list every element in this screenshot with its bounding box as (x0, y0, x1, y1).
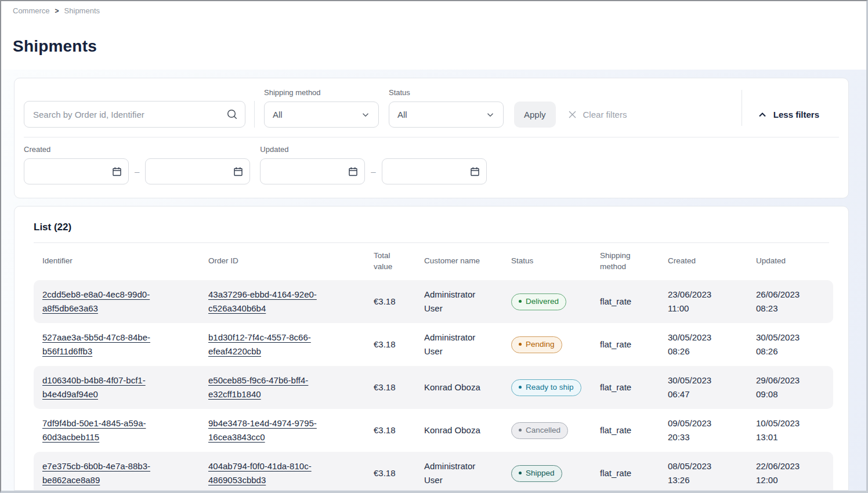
identifier-link[interactable]: d106340b-b4b8-4f07-bcf1-b4e4d9af94e0 (42, 375, 146, 399)
order-id-link[interactable]: 9b4e3478-1e4d-4974-9795-16cea3843cc0 (208, 418, 317, 442)
order-id-link[interactable]: e50ceb85-f9c6-47b6-bff4-e32cff1b1840 (208, 375, 308, 399)
table-row: d106340b-b4b8-4f07-bcf1-b4e4d9af94e0 e50… (34, 366, 833, 409)
customer-name-cell: Administrator User (415, 452, 502, 491)
status-select[interactable]: All (389, 102, 504, 128)
created-cell: 30/05/202306:47 (659, 366, 747, 409)
status-dot-icon (519, 429, 522, 432)
identifier-link[interactable]: 7df9f4bd-50e1-4845-a59a-60d3acbeb115 (42, 418, 146, 442)
shipping-method-filter: Shipping method All (264, 88, 379, 128)
status-value: All (397, 110, 407, 119)
breadcrumb-shipments: Shipments (64, 6, 100, 15)
status-badge: Delivered (511, 293, 566, 310)
column-header-total-value: Total value (365, 243, 415, 280)
table-row: e7e375cb-6b0b-4e7a-88b3-be862ace8a89 404… (34, 452, 833, 491)
updated-date-filter: Updated – (260, 145, 486, 184)
calendar-icon[interactable] (469, 166, 480, 177)
calendar-icon[interactable] (111, 166, 122, 177)
shipments-table: Identifier Order ID Total value Customer… (34, 243, 833, 491)
status-badge: Pending (511, 336, 562, 353)
range-separator: – (135, 166, 139, 176)
filter-divider-vertical (254, 101, 255, 128)
updated-label: Updated (260, 145, 486, 154)
search-icon (226, 108, 238, 120)
status-label: Status (389, 88, 504, 97)
identifier-link[interactable]: 527aae3a-5b5d-47c8-84be-b56f11d6ffb3 (42, 332, 150, 356)
content-area: Shipping method All Status All (1, 70, 866, 491)
updated-cell: 26/06/202308:23 (747, 280, 833, 323)
created-label: Created (24, 145, 250, 154)
total-value-cell: €3.18 (365, 409, 415, 452)
total-value-cell: €3.18 (365, 366, 415, 409)
created-cell: 08/05/202313:26 (659, 452, 747, 491)
calendar-icon[interactable] (348, 166, 359, 177)
updated-cell: 22/06/202312:00 (747, 452, 833, 491)
shipping-method-select[interactable]: All (264, 102, 379, 128)
total-value-cell: €3.18 (365, 452, 415, 491)
customer-name-cell: Konrad Oboza (415, 366, 502, 409)
search-input[interactable] (24, 101, 245, 128)
page-title: Shipments (1, 15, 866, 56)
column-header-status: Status (502, 243, 591, 280)
calendar-icon[interactable] (233, 166, 244, 177)
shipping-method-value: All (273, 110, 283, 119)
table-row: 527aae3a-5b5d-47c8-84be-b56f11d6ffb3 b1d… (34, 323, 833, 366)
total-value-cell: €3.18 (365, 280, 415, 323)
filters-row-dates: Created – (15, 137, 848, 198)
list-title: List (22) (34, 222, 829, 233)
updated-cell: 30/05/202308:26 (747, 323, 833, 366)
apply-button[interactable]: Apply (514, 102, 556, 128)
table-row: 7df9f4bd-50e1-4845-a59a-60d3acbeb115 9b4… (34, 409, 833, 452)
table-header-row: Identifier Order ID Total value Customer… (34, 243, 833, 280)
clear-filters-button[interactable]: Clear filters (567, 102, 627, 128)
order-id-link[interactable]: 43a37296-ebbd-4164-92e0-c526a340b6b4 (208, 289, 317, 313)
chevron-up-icon (757, 110, 768, 120)
customer-name-cell: Administrator User (415, 323, 502, 366)
less-filters-label: Less filters (773, 110, 819, 119)
shipping-method-cell: flat_rate (591, 323, 659, 366)
updated-cell: 10/05/202313:01 (747, 409, 833, 452)
status-dot-icon (519, 386, 522, 389)
status-filter: Status All (389, 88, 504, 128)
updated-from-wrap (260, 158, 365, 184)
status-dot-icon (519, 300, 522, 303)
column-header-customer-name: Customer name (415, 243, 502, 280)
created-cell: 09/05/202320:33 (659, 409, 747, 452)
status-dot-icon (519, 472, 522, 474)
total-value-cell: €3.18 (365, 323, 415, 366)
order-id-link[interactable]: b1d30f12-7f4c-4557-8c66-efeaf4220cbb (208, 332, 311, 356)
updated-cell: 29/06/202309:08 (747, 366, 833, 409)
range-separator: – (371, 166, 375, 176)
close-icon (567, 110, 577, 119)
created-cell: 30/05/202308:26 (659, 323, 747, 366)
chevron-down-icon (361, 110, 370, 119)
filters-panel: Shipping method All Status All (14, 78, 849, 198)
identifier-link[interactable]: 2cdd5eb8-e8a0-4ec8-99d0-a8f5db6e3a63 (42, 289, 150, 313)
created-to-wrap (145, 158, 250, 184)
clear-filters-label: Clear filters (583, 110, 627, 119)
order-id-link[interactable]: 404ab794-f0f0-41da-810c-4869053cbbd3 (208, 461, 312, 485)
status-badge: Ready to ship (511, 379, 581, 396)
identifier-link[interactable]: e7e375cb-6b0b-4e7a-88b3-be862ace8a89 (42, 461, 150, 485)
less-filters-toggle[interactable]: Less filters (757, 102, 819, 128)
filter-divider-vertical (742, 90, 742, 126)
column-header-shipping-method: Shipping method (591, 243, 659, 280)
shipping-method-cell: flat_rate (591, 366, 659, 409)
updated-to-wrap (382, 158, 487, 184)
status-badge: Cancelled (511, 422, 568, 439)
chevron-down-icon (486, 110, 495, 119)
customer-name-cell: Administrator User (415, 280, 502, 323)
column-header-created: Created (659, 243, 747, 280)
breadcrumb-commerce[interactable]: Commerce (13, 6, 50, 15)
created-cell: 23/06/202311:00 (659, 280, 747, 323)
shipping-method-cell: flat_rate (591, 409, 659, 452)
status-dot-icon (519, 343, 522, 346)
created-from-wrap (24, 158, 129, 184)
column-header-updated: Updated (747, 243, 833, 280)
breadcrumb: Commerce > Shipments (1, 1, 866, 15)
shipments-page: Commerce > Shipments Shipments Shippin (0, 0, 868, 493)
customer-name-cell: Konrad Oboza (415, 409, 502, 452)
filters-row-main: Shipping method All Status All (15, 78, 848, 137)
column-header-order-id: Order ID (200, 243, 365, 280)
shipping-method-cell: flat_rate (591, 280, 659, 323)
search-field-wrap (24, 101, 245, 128)
